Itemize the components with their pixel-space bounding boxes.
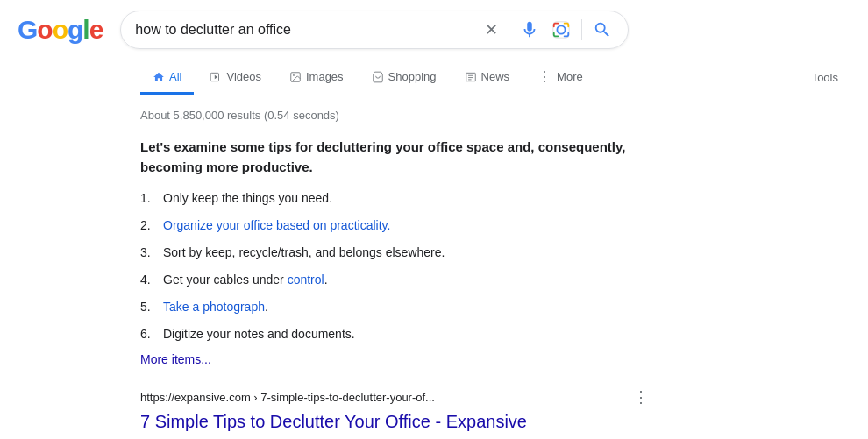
list-text: Digitize your notes and documents. — [163, 325, 355, 343]
tab-videos[interactable]: Videos — [197, 61, 274, 95]
tab-more[interactable]: ⋮ More — [525, 60, 595, 96]
lens-icon — [551, 20, 571, 39]
result-stats: About 5,850,000 results (0.54 seconds) — [140, 109, 649, 122]
list-text: Sort by keep, recycle/trash, and belongs… — [163, 244, 445, 262]
news-icon — [465, 71, 477, 83]
list-link[interactable]: control — [288, 273, 324, 287]
list-num: 6. — [140, 325, 156, 343]
list-text: Get your cables under control. — [163, 271, 328, 289]
tab-videos-label: Videos — [226, 70, 261, 83]
tools-button[interactable]: Tools — [800, 62, 850, 93]
tools-label: Tools — [812, 71, 838, 84]
clear-button[interactable]: ✕ — [483, 20, 500, 39]
tab-more-label: More — [557, 70, 583, 83]
list-item: 6. Digitize your notes and documents. — [140, 325, 649, 343]
search-result: https://expansive.com › 7-simple-tips-to… — [140, 387, 649, 433]
list-item: 4. Get your cables under control. — [140, 271, 649, 289]
more-dots-icon: ⋮ — [537, 68, 552, 85]
tab-shopping-label: Shopping — [388, 70, 437, 83]
images-icon — [289, 71, 302, 83]
mic-button[interactable] — [518, 18, 541, 41]
google-logo[interactable]: Google — [18, 15, 103, 45]
tab-all[interactable]: All — [140, 61, 194, 95]
list-num: 4. — [140, 271, 156, 289]
all-icon — [153, 71, 165, 83]
result-url: https://expansive.com › 7-simple-tips-to… — [140, 391, 435, 404]
list-item: 2. Organize your office based on practic… — [140, 216, 649, 235]
search-button[interactable] — [591, 18, 614, 41]
list-text: Only keep the things you need. — [163, 189, 332, 208]
divider2 — [581, 19, 582, 40]
tab-news-label: News — [481, 70, 510, 83]
nav-tabs: All Videos Images Shopping — [0, 56, 868, 96]
tab-images-label: Images — [306, 70, 344, 83]
tab-news[interactable]: News — [452, 61, 523, 95]
videos-icon — [210, 71, 222, 83]
main-content: About 5,850,000 results (0.54 seconds) L… — [0, 96, 666, 439]
search-icons: ✕ — [483, 18, 614, 41]
mic-icon — [520, 20, 539, 39]
list-text: Organize your office based on practicali… — [163, 216, 390, 235]
list-item: 5. Take a photograph. — [140, 298, 649, 316]
tab-shopping[interactable]: Shopping — [359, 61, 449, 95]
list-link[interactable]: Organize your office based on practicali… — [163, 218, 390, 232]
result-options-icon[interactable]: ⋮ — [633, 387, 649, 407]
header: Google how to declutter an office ✕ — [0, 0, 868, 56]
list-num: 2. — [140, 216, 156, 235]
tab-images[interactable]: Images — [277, 61, 356, 95]
clear-icon: ✕ — [485, 22, 498, 38]
shopping-icon — [372, 71, 384, 83]
list-num: 1. — [140, 189, 156, 208]
svg-point-5 — [293, 74, 295, 76]
list-link[interactable]: Take a photograph — [163, 300, 265, 314]
search-bar: how to declutter an office ✕ — [120, 11, 629, 49]
list-item: 3. Sort by keep, recycle/trash, and belo… — [140, 244, 649, 262]
list-num: 3. — [140, 244, 156, 262]
svg-rect-0 — [553, 22, 569, 38]
snippet-list: 1. Only keep the things you need. 2. Org… — [140, 189, 649, 343]
svg-marker-3 — [215, 74, 218, 79]
list-item: 1. Only keep the things you need. — [140, 189, 649, 208]
lens-button[interactable] — [550, 18, 573, 41]
svg-point-1 — [558, 25, 566, 33]
more-items-link[interactable]: More items... — [140, 352, 211, 366]
divider — [509, 19, 509, 40]
list-text: Take a photograph. — [163, 298, 268, 316]
snippet-heading: Let's examine some tips for decluttering… — [140, 138, 649, 177]
featured-snippet: Let's examine some tips for decluttering… — [140, 138, 649, 366]
tab-all-label: All — [169, 70, 181, 83]
search-icon — [593, 20, 612, 39]
result-title[interactable]: 7 Simple Tips to Declutter Your Office -… — [140, 412, 527, 431]
list-num: 5. — [140, 298, 156, 316]
search-input[interactable]: how to declutter an office — [135, 22, 476, 38]
result-url-row: https://expansive.com › 7-simple-tips-to… — [140, 387, 649, 407]
